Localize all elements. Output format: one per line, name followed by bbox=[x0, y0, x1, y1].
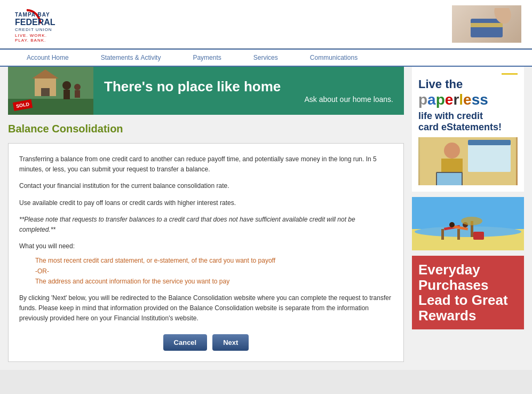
list-item-2: -OR- bbox=[35, 266, 393, 277]
everyday-purchases-title: Everyday Purchases Lead to Great Rewards bbox=[418, 262, 518, 323]
paperless-l-letter: l bbox=[459, 91, 463, 108]
balance-consolidation-box: Transferring a balance from one credit c… bbox=[8, 143, 404, 362]
page-title: Balance Consolidation bbox=[8, 123, 404, 135]
logo-area: TAMPA BAY FEDERAL CREDIT UNION LIVE. WOR… bbox=[11, 7, 53, 41]
woman-laptop-icon bbox=[420, 137, 516, 185]
svg-rect-11 bbox=[75, 90, 80, 98]
logo-container: TAMPA BAY FEDERAL CREDIT UNION LIVE. WOR… bbox=[11, 7, 53, 41]
svg-point-29 bbox=[461, 217, 482, 225]
svg-rect-9 bbox=[63, 90, 70, 99]
paperless-ss-letters: ss bbox=[472, 91, 488, 108]
paperless-p-letter: p bbox=[418, 91, 427, 108]
svg-rect-7 bbox=[41, 88, 50, 96]
what-you-need-label: What you will need: bbox=[19, 241, 393, 251]
nav-services[interactable]: Services bbox=[237, 50, 294, 66]
logo-text-block: TAMPA BAY FEDERAL CREDIT UNION LIVE. WOR… bbox=[15, 12, 55, 43]
logo-tagline: LIVE. WORK. PLAY. BANK. bbox=[15, 33, 55, 43]
banner-image: SOLD bbox=[8, 67, 93, 115]
logo-line2: FEDERAL bbox=[15, 18, 55, 27]
svg-point-8 bbox=[62, 81, 71, 90]
rate-paragraph: Contact your financial institution for t… bbox=[19, 181, 393, 191]
paperless-r-letter: r bbox=[453, 91, 459, 108]
credit-card-promo-image bbox=[452, 5, 521, 43]
paperless-person-image bbox=[418, 137, 518, 185]
list-item-3: The address and account information for … bbox=[35, 277, 393, 287]
beach-scene bbox=[412, 197, 524, 250]
nav-payments[interactable]: Payments bbox=[177, 50, 237, 66]
right-sidebar: Live the paperless life with credit card… bbox=[412, 67, 524, 362]
banner-text-area: There's no place like home Ask about our… bbox=[93, 67, 404, 115]
beach-scene-icon bbox=[412, 197, 524, 250]
cancel-button[interactable]: Cancel bbox=[163, 334, 208, 351]
left-content: SOLD There's no place like hom bbox=[8, 67, 404, 362]
paperless-a-letter: a bbox=[427, 91, 436, 108]
svg-rect-1 bbox=[471, 23, 503, 27]
everyday-purchases-box: Everyday Purchases Lead to Great Rewards bbox=[412, 256, 524, 329]
paperless-e-letter: e bbox=[445, 91, 454, 108]
svg-point-15 bbox=[444, 143, 460, 159]
paperless-promo: Live the paperless life with credit card… bbox=[412, 67, 524, 192]
list-item-1: The most recent credit card statement, o… bbox=[35, 256, 393, 266]
svg-rect-0 bbox=[471, 19, 503, 37]
banner-main-text: There's no place like home bbox=[104, 78, 393, 95]
nav-statements-activity[interactable]: Statements & Activity bbox=[85, 50, 177, 66]
svg-point-10 bbox=[74, 84, 81, 90]
beach-image bbox=[412, 197, 524, 250]
intro-paragraph: Transferring a balance from one credit c… bbox=[19, 154, 393, 175]
page-header: TAMPA BAY FEDERAL CREDIT UNION LIVE. WOR… bbox=[0, 0, 532, 49]
logo-line3: CREDIT UNION bbox=[15, 27, 55, 32]
banner-sub-text: Ask about our home loans. bbox=[104, 95, 393, 104]
life-with-credit-text: life with credit bbox=[418, 111, 518, 122]
svg-rect-25 bbox=[457, 229, 460, 240]
accent-line bbox=[502, 73, 518, 75]
next-button[interactable]: Next bbox=[212, 334, 249, 351]
nav-communications[interactable]: Communications bbox=[294, 50, 374, 66]
svg-rect-14 bbox=[468, 140, 511, 145]
credit-paragraph: Use available credit to pay off loans or… bbox=[19, 198, 393, 208]
live-the-text: Live the bbox=[418, 77, 518, 91]
action-buttons: Cancel Next bbox=[19, 334, 393, 351]
paperless-word: paperless bbox=[418, 91, 518, 108]
svg-rect-30 bbox=[473, 232, 484, 240]
redirect-paragraph: By clicking 'Next' below, you will be re… bbox=[19, 293, 393, 324]
paperless-e2-letter: e bbox=[463, 91, 472, 108]
header-right-image bbox=[452, 5, 521, 43]
svg-rect-18 bbox=[437, 173, 462, 185]
hand-card-icon bbox=[460, 8, 513, 40]
nav-account-home[interactable]: Account Home bbox=[11, 50, 85, 66]
requirements-list: The most recent credit card statement, o… bbox=[35, 256, 393, 287]
estatements-text: card eStatements! bbox=[418, 122, 518, 133]
logo-line1: TAMPA BAY bbox=[15, 12, 55, 18]
svg-point-26 bbox=[449, 222, 455, 227]
main-nav: Account Home Statements & Activity Payme… bbox=[0, 49, 532, 67]
main-wrapper: SOLD There's no place like hom bbox=[0, 67, 532, 370]
svg-rect-24 bbox=[441, 229, 444, 240]
paperless-p2-letter: p bbox=[436, 91, 445, 108]
home-loan-banner: SOLD There's no place like hom bbox=[8, 67, 404, 115]
note-paragraph: **Please note that requests to transfer … bbox=[19, 215, 393, 235]
